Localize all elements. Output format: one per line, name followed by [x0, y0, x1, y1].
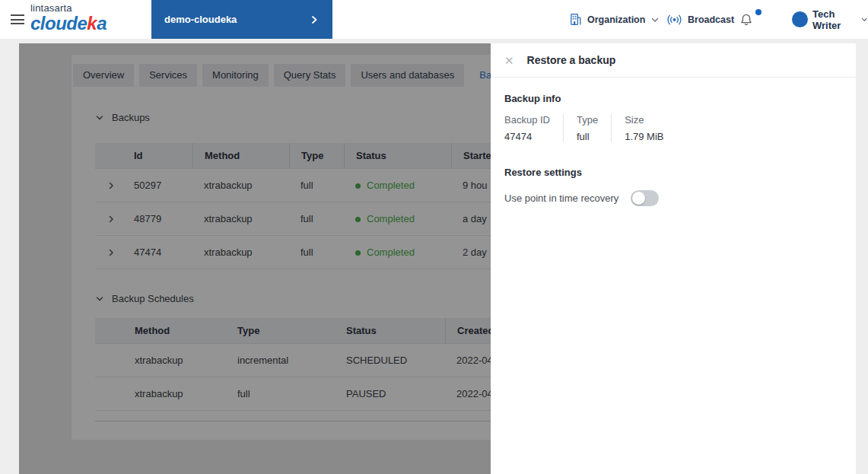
backup-info-field: Backup ID 47474	[504, 114, 564, 142]
broadcast-icon	[666, 14, 682, 26]
chevron-down-icon	[650, 15, 660, 24]
drawer-header: ✕ Restore a backup	[491, 43, 856, 78]
toggle-knob	[632, 192, 645, 205]
top-header: lintasarta cloudeka demo-cloudeka Organi…	[0, 0, 868, 39]
point-in-time-row: Use point in time recovery	[504, 190, 842, 206]
backup-id-value: 47474	[504, 131, 550, 142]
backup-info-field: Size 1.79 MiB	[612, 114, 676, 142]
hamburger-menu-icon[interactable]	[11, 14, 24, 27]
logo-lintasarta-text: lintasarta	[30, 3, 107, 13]
chevron-down-icon	[860, 14, 868, 24]
organization-menu[interactable]: Organization	[569, 0, 660, 39]
backup-info-grid: Backup ID 47474 Type full Size 1.79 MiB	[504, 114, 842, 142]
backup-info-heading: Backup info	[504, 93, 842, 104]
logo-brand-prefix: cloude	[30, 13, 87, 33]
backup-size-label: Size	[625, 114, 663, 126]
drawer-title: Restore a backup	[527, 54, 616, 66]
restore-backup-drawer: ✕ Restore a backup Backup info Backup ID…	[491, 43, 856, 474]
restore-settings-heading: Restore settings	[504, 167, 842, 178]
point-in-time-toggle[interactable]	[631, 190, 659, 206]
backup-type-label: Type	[577, 114, 598, 126]
user-avatar[interactable]	[792, 11, 808, 27]
logo-brand-suffix: a	[97, 13, 107, 33]
content-area: Overview Services Monitoring Query Stats…	[19, 43, 856, 474]
organization-building-icon	[569, 13, 582, 26]
point-in-time-label: Use point in time recovery	[504, 192, 618, 204]
bell-icon	[739, 13, 753, 27]
logo-cloudeka-text: cloudeka	[30, 14, 107, 33]
notifications-button[interactable]	[739, 0, 753, 39]
user-menu[interactable]: Tech Writer	[812, 0, 868, 39]
cloudeka-logo: lintasarta cloudeka	[30, 3, 107, 33]
close-icon[interactable]: ✕	[504, 55, 514, 66]
chevron-right-icon	[309, 14, 320, 25]
backup-info-field: Type full	[564, 114, 612, 142]
broadcast-label: Broadcast	[688, 14, 734, 25]
organization-label: Organization	[587, 14, 645, 25]
backup-size-value: 1.79 MiB	[625, 131, 663, 142]
logo-brand-accent: k	[87, 13, 97, 33]
broadcast-menu[interactable]: Broadcast	[666, 0, 734, 39]
user-name: Tech Writer	[812, 8, 856, 31]
notification-dot	[755, 9, 761, 15]
project-selector-button[interactable]: demo-cloudeka	[151, 0, 332, 39]
backup-id-label: Backup ID	[504, 114, 550, 126]
project-name: demo-cloudeka	[164, 14, 237, 25]
backup-type-value: full	[577, 131, 598, 142]
drawer-body: Backup info Backup ID 47474 Type full Si…	[491, 78, 856, 221]
